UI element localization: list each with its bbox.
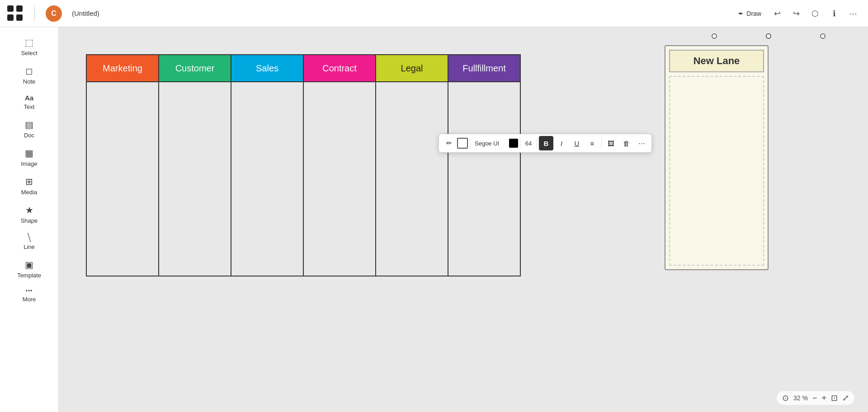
sidebar-item-label: Text <box>24 103 35 110</box>
sidebar-item-more[interactable]: ••• More <box>0 283 58 307</box>
insert-image-button[interactable]: 🖼 <box>604 136 618 150</box>
bold-button[interactable]: B <box>539 136 553 150</box>
swimlane-header: Marketing Customer Sales Contract Legal … <box>86 55 520 82</box>
pencil-button[interactable]: ✏ <box>442 136 456 150</box>
new-lane-body[interactable] <box>669 76 764 266</box>
swimlane-body <box>86 82 520 276</box>
col-body-sales[interactable] <box>231 82 303 276</box>
zoom-percent: 32 % <box>793 394 808 402</box>
toolbar-separator-2 <box>520 138 520 149</box>
template-icon: ▣ <box>25 259 33 270</box>
format-toolbar: ✏ Segoe UI 64 B I U ≡ 🖼 🗑 ⋯ <box>439 134 652 153</box>
redo-button[interactable]: ↪ <box>788 6 804 21</box>
canvas[interactable]: Marketing Customer Sales Contract Legal … <box>59 27 868 412</box>
toolbar-separator-3 <box>537 138 537 149</box>
shape-icon: ★ <box>25 205 33 215</box>
sidebar-item-label: Shape <box>21 217 38 224</box>
swimlane-container: Marketing Customer Sales Contract Legal … <box>86 54 521 276</box>
image-icon: ▦ <box>25 148 33 159</box>
col-header-contract[interactable]: Contract <box>303 55 376 82</box>
sidebar-item-select[interactable]: ⬚ Select <box>0 33 58 61</box>
logo-separator <box>34 6 35 21</box>
draw-button[interactable]: ✒ Draw <box>734 8 766 19</box>
fullscreen-icon[interactable]: ⤢ <box>842 393 849 403</box>
topbar: C (Untitled) ✒ Draw ↩ ↪ ⬡ ℹ ⋯ <box>0 0 868 27</box>
sidebar-item-label: More <box>23 296 36 303</box>
topbar-more-button[interactable]: ⋯ <box>845 6 861 21</box>
sidebar-item-label: Note <box>23 78 35 85</box>
col-header-sales[interactable]: Sales <box>231 55 303 82</box>
font-color-box[interactable] <box>509 139 518 148</box>
text-icon: Aa <box>25 94 33 102</box>
sidebar-item-label: Line <box>24 243 35 250</box>
underline-button[interactable]: U <box>570 136 584 150</box>
sidebar-item-note[interactable]: ◻ Note <box>0 61 58 89</box>
sidebar-item-media[interactable]: ⊞ Media <box>0 172 58 200</box>
resize-handle-bottom[interactable] <box>766 33 771 39</box>
italic-button[interactable]: I <box>554 136 569 150</box>
col-header-fulfillment[interactable]: Fullfillment <box>448 55 520 82</box>
sidebar-item-image[interactable]: ▦ Image <box>0 143 58 172</box>
sidebar-item-label: Media <box>21 189 37 196</box>
new-lane-title[interactable]: New Lane <box>669 50 764 72</box>
media-icon: ⊞ <box>25 176 33 187</box>
doc-icon: ▤ <box>25 119 33 130</box>
bold-icon: B <box>544 140 549 147</box>
avatar[interactable]: C <box>46 5 62 22</box>
col-header-customer[interactable]: Customer <box>159 55 231 82</box>
select-icon: ⬚ <box>25 37 33 48</box>
info-button[interactable]: ℹ <box>826 6 842 21</box>
note-icon: ◻ <box>25 66 33 76</box>
resize-handle-right[interactable] <box>820 33 826 39</box>
col-body-legal[interactable] <box>376 82 448 276</box>
more-icon: ••• <box>26 288 33 294</box>
toolbar-more-button[interactable]: ⋯ <box>634 136 649 150</box>
sidebar-item-label: Template <box>17 272 41 279</box>
sidebar-item-label: Doc <box>24 132 34 139</box>
col-header-legal[interactable]: Legal <box>376 55 448 82</box>
col-body-customer[interactable] <box>159 82 231 276</box>
undo-button[interactable]: ↩ <box>769 6 785 21</box>
sidebar-item-doc[interactable]: ▤ Doc <box>0 115 58 143</box>
share-button[interactable]: ⬡ <box>807 6 823 21</box>
app-logo <box>7 5 24 22</box>
zoom-out-icon[interactable]: − <box>812 393 817 403</box>
pencil-icon: ✏ <box>446 139 452 147</box>
draw-label: Draw <box>746 10 761 17</box>
zoom-in-icon[interactable]: + <box>821 393 826 403</box>
toolbar-separator-4 <box>601 138 602 149</box>
sidebar-item-line[interactable]: ╱ Line <box>0 229 58 255</box>
toolbar-separator-1 <box>470 138 470 149</box>
doc-title[interactable]: (Untitled) <box>72 9 99 17</box>
sidebar-item-shape[interactable]: ★ Shape <box>0 200 58 229</box>
font-size-label[interactable]: 64 <box>522 140 535 147</box>
sidebar-item-text[interactable]: Aa Text <box>0 89 58 115</box>
sidebar-item-template[interactable]: ▣ Template <box>0 255 58 283</box>
zoom-circle-icon: ⊙ <box>782 393 789 403</box>
swimlane-table: Marketing Customer Sales Contract Legal … <box>86 54 521 276</box>
new-lane-panel[interactable]: New Lane <box>665 45 769 270</box>
outline-box[interactable] <box>457 138 468 149</box>
delete-button[interactable]: 🗑 <box>619 136 633 150</box>
italic-icon: I <box>561 140 562 147</box>
sidebar-item-label: Select <box>21 50 37 56</box>
draw-icon: ✒ <box>738 10 744 17</box>
col-body-fulfillment[interactable] <box>448 82 520 276</box>
line-icon: ╱ <box>24 233 34 242</box>
font-name-label[interactable]: Segoe UI <box>472 140 508 147</box>
topbar-actions: ✒ Draw ↩ ↪ ⬡ ℹ ⋯ <box>734 6 861 21</box>
col-body-marketing[interactable] <box>86 82 159 276</box>
sidebar-item-label: Image <box>21 160 37 167</box>
zoom-bar: ⊙ 32 % − + ⊡ ⤢ <box>777 391 854 405</box>
logo-area: C (Untitled) <box>7 5 99 22</box>
col-header-marketing[interactable]: Marketing <box>86 55 159 82</box>
fit-icon[interactable]: ⊡ <box>831 393 838 403</box>
align-button[interactable]: ≡ <box>585 136 599 150</box>
resize-handle-left[interactable] <box>712 33 717 39</box>
sidebar: ⬚ Select ◻ Note Aa Text ▤ Doc ▦ Image ⊞ … <box>0 27 59 412</box>
col-body-contract[interactable] <box>303 82 376 276</box>
